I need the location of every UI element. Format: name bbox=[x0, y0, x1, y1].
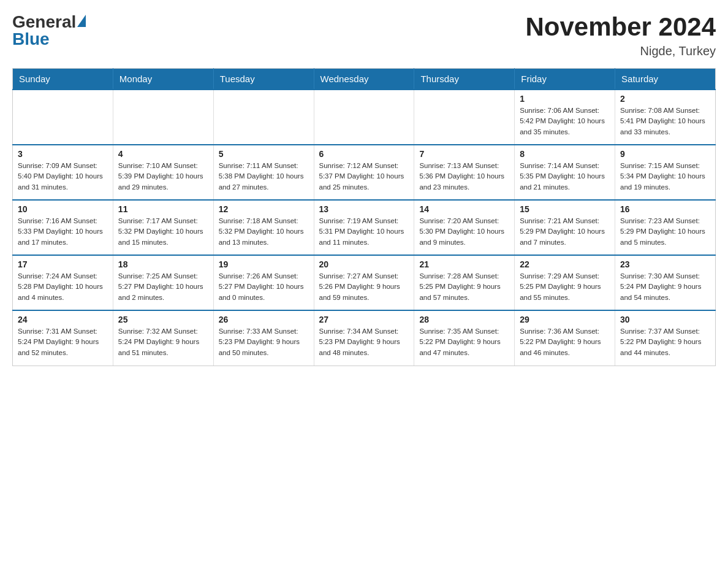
day-number: 8 bbox=[520, 149, 610, 159]
calendar-cell: 9Sunrise: 7:15 AM Sunset: 5:34 PM Daylig… bbox=[615, 145, 716, 200]
calendar-subtitle: Nigde, Turkey bbox=[525, 44, 716, 58]
day-number: 18 bbox=[118, 259, 208, 269]
title-area: November 2024 Nigde, Turkey bbox=[525, 12, 716, 58]
calendar-cell: 16Sunrise: 7:23 AM Sunset: 5:29 PM Dayli… bbox=[615, 200, 716, 255]
day-info: Sunrise: 7:30 AM Sunset: 5:24 PM Dayligh… bbox=[620, 271, 710, 303]
calendar-week-row: 10Sunrise: 7:16 AM Sunset: 5:33 PM Dayli… bbox=[13, 200, 716, 255]
calendar-cell: 1Sunrise: 7:06 AM Sunset: 5:42 PM Daylig… bbox=[515, 90, 615, 145]
day-info: Sunrise: 7:10 AM Sunset: 5:39 PM Dayligh… bbox=[118, 161, 208, 193]
day-info: Sunrise: 7:06 AM Sunset: 5:42 PM Dayligh… bbox=[520, 105, 610, 137]
calendar-cell: 7Sunrise: 7:13 AM Sunset: 5:36 PM Daylig… bbox=[414, 145, 515, 200]
header-thursday: Thursday bbox=[414, 69, 515, 90]
day-info: Sunrise: 7:16 AM Sunset: 5:33 PM Dayligh… bbox=[18, 216, 108, 248]
day-number: 17 bbox=[18, 259, 108, 269]
calendar-cell bbox=[414, 90, 515, 145]
day-info: Sunrise: 7:08 AM Sunset: 5:41 PM Dayligh… bbox=[620, 105, 710, 137]
calendar-cell: 28Sunrise: 7:35 AM Sunset: 5:22 PM Dayli… bbox=[414, 310, 515, 366]
day-number: 6 bbox=[319, 149, 409, 159]
day-info: Sunrise: 7:23 AM Sunset: 5:29 PM Dayligh… bbox=[620, 216, 710, 248]
day-info: Sunrise: 7:09 AM Sunset: 5:40 PM Dayligh… bbox=[18, 161, 108, 193]
day-info: Sunrise: 7:12 AM Sunset: 5:37 PM Dayligh… bbox=[319, 161, 409, 193]
calendar-cell: 20Sunrise: 7:27 AM Sunset: 5:26 PM Dayli… bbox=[314, 255, 414, 310]
day-number: 30 bbox=[620, 315, 710, 324]
calendar-cell: 24Sunrise: 7:31 AM Sunset: 5:24 PM Dayli… bbox=[13, 310, 113, 366]
header-tuesday: Tuesday bbox=[213, 69, 314, 90]
calendar-cell: 15Sunrise: 7:21 AM Sunset: 5:29 PM Dayli… bbox=[515, 200, 615, 255]
calendar-cell bbox=[314, 90, 414, 145]
day-info: Sunrise: 7:34 AM Sunset: 5:23 PM Dayligh… bbox=[319, 326, 409, 358]
day-info: Sunrise: 7:11 AM Sunset: 5:38 PM Dayligh… bbox=[219, 161, 309, 193]
header-monday: Monday bbox=[113, 69, 213, 90]
day-number: 22 bbox=[520, 259, 610, 269]
day-number: 12 bbox=[219, 204, 309, 214]
header-sunday: Sunday bbox=[13, 69, 113, 90]
day-number: 26 bbox=[219, 315, 309, 324]
day-number: 29 bbox=[520, 315, 610, 324]
calendar-cell: 2Sunrise: 7:08 AM Sunset: 5:41 PM Daylig… bbox=[615, 90, 716, 145]
calendar-cell: 14Sunrise: 7:20 AM Sunset: 5:30 PM Dayli… bbox=[414, 200, 515, 255]
day-number: 4 bbox=[118, 149, 208, 159]
calendar-cell: 27Sunrise: 7:34 AM Sunset: 5:23 PM Dayli… bbox=[314, 310, 414, 366]
day-number: 9 bbox=[620, 149, 710, 159]
calendar-table: SundayMondayTuesdayWednesdayThursdayFrid… bbox=[12, 68, 716, 366]
day-info: Sunrise: 7:32 AM Sunset: 5:24 PM Dayligh… bbox=[118, 326, 208, 358]
day-number: 11 bbox=[118, 204, 208, 214]
day-number: 27 bbox=[319, 315, 409, 324]
day-info: Sunrise: 7:21 AM Sunset: 5:29 PM Dayligh… bbox=[520, 216, 610, 248]
calendar-cell: 25Sunrise: 7:32 AM Sunset: 5:24 PM Dayli… bbox=[113, 310, 213, 366]
day-info: Sunrise: 7:20 AM Sunset: 5:30 PM Dayligh… bbox=[419, 216, 509, 248]
header-saturday: Saturday bbox=[615, 69, 716, 90]
calendar-week-row: 3Sunrise: 7:09 AM Sunset: 5:40 PM Daylig… bbox=[13, 145, 716, 200]
day-number: 5 bbox=[219, 149, 309, 159]
calendar-cell: 19Sunrise: 7:26 AM Sunset: 5:27 PM Dayli… bbox=[213, 255, 314, 310]
calendar-week-row: 1Sunrise: 7:06 AM Sunset: 5:42 PM Daylig… bbox=[13, 90, 716, 145]
calendar-cell: 17Sunrise: 7:24 AM Sunset: 5:28 PM Dayli… bbox=[13, 255, 113, 310]
day-info: Sunrise: 7:19 AM Sunset: 5:31 PM Dayligh… bbox=[319, 216, 409, 248]
calendar-cell: 4Sunrise: 7:10 AM Sunset: 5:39 PM Daylig… bbox=[113, 145, 213, 200]
calendar-cell bbox=[213, 90, 314, 145]
day-number: 1 bbox=[520, 94, 610, 104]
day-number: 15 bbox=[520, 204, 610, 214]
day-number: 13 bbox=[319, 204, 409, 214]
logo: General Blue bbox=[12, 12, 86, 49]
day-info: Sunrise: 7:26 AM Sunset: 5:27 PM Dayligh… bbox=[219, 271, 309, 303]
day-number: 25 bbox=[118, 315, 208, 324]
day-number: 23 bbox=[620, 259, 710, 269]
day-info: Sunrise: 7:13 AM Sunset: 5:36 PM Dayligh… bbox=[419, 161, 509, 193]
day-number: 7 bbox=[419, 149, 509, 159]
calendar-title: November 2024 bbox=[525, 12, 716, 42]
calendar-cell: 8Sunrise: 7:14 AM Sunset: 5:35 PM Daylig… bbox=[515, 145, 615, 200]
header-wednesday: Wednesday bbox=[314, 69, 414, 90]
day-info: Sunrise: 7:24 AM Sunset: 5:28 PM Dayligh… bbox=[18, 271, 108, 303]
header-friday: Friday bbox=[515, 69, 615, 90]
calendar-cell: 5Sunrise: 7:11 AM Sunset: 5:38 PM Daylig… bbox=[213, 145, 314, 200]
calendar-cell: 21Sunrise: 7:28 AM Sunset: 5:25 PM Dayli… bbox=[414, 255, 515, 310]
logo-blue-text: Blue bbox=[12, 29, 50, 49]
calendar-cell: 26Sunrise: 7:33 AM Sunset: 5:23 PM Dayli… bbox=[213, 310, 314, 366]
day-number: 20 bbox=[319, 259, 409, 269]
day-info: Sunrise: 7:29 AM Sunset: 5:25 PM Dayligh… bbox=[520, 271, 610, 303]
day-number: 14 bbox=[419, 204, 509, 214]
day-info: Sunrise: 7:36 AM Sunset: 5:22 PM Dayligh… bbox=[520, 326, 610, 358]
day-info: Sunrise: 7:15 AM Sunset: 5:34 PM Dayligh… bbox=[620, 161, 710, 193]
day-info: Sunrise: 7:18 AM Sunset: 5:32 PM Dayligh… bbox=[219, 216, 309, 248]
day-info: Sunrise: 7:33 AM Sunset: 5:23 PM Dayligh… bbox=[219, 326, 309, 358]
calendar-header-row: SundayMondayTuesdayWednesdayThursdayFrid… bbox=[13, 69, 716, 90]
calendar-cell bbox=[113, 90, 213, 145]
calendar-cell: 13Sunrise: 7:19 AM Sunset: 5:31 PM Dayli… bbox=[314, 200, 414, 255]
calendar-cell: 12Sunrise: 7:18 AM Sunset: 5:32 PM Dayli… bbox=[213, 200, 314, 255]
calendar-cell bbox=[13, 90, 113, 145]
calendar-cell: 22Sunrise: 7:29 AM Sunset: 5:25 PM Dayli… bbox=[515, 255, 615, 310]
calendar-week-row: 17Sunrise: 7:24 AM Sunset: 5:28 PM Dayli… bbox=[13, 255, 716, 310]
day-info: Sunrise: 7:25 AM Sunset: 5:27 PM Dayligh… bbox=[118, 271, 208, 303]
day-number: 21 bbox=[419, 259, 509, 269]
day-info: Sunrise: 7:14 AM Sunset: 5:35 PM Dayligh… bbox=[520, 161, 610, 193]
calendar-cell: 18Sunrise: 7:25 AM Sunset: 5:27 PM Dayli… bbox=[113, 255, 213, 310]
day-number: 19 bbox=[219, 259, 309, 269]
page-header: General Blue November 2024 Nigde, Turkey bbox=[12, 12, 716, 58]
day-info: Sunrise: 7:37 AM Sunset: 5:22 PM Dayligh… bbox=[620, 326, 710, 358]
day-number: 2 bbox=[620, 94, 710, 104]
calendar-cell: 11Sunrise: 7:17 AM Sunset: 5:32 PM Dayli… bbox=[113, 200, 213, 255]
day-number: 28 bbox=[419, 315, 509, 324]
day-info: Sunrise: 7:17 AM Sunset: 5:32 PM Dayligh… bbox=[118, 216, 208, 248]
